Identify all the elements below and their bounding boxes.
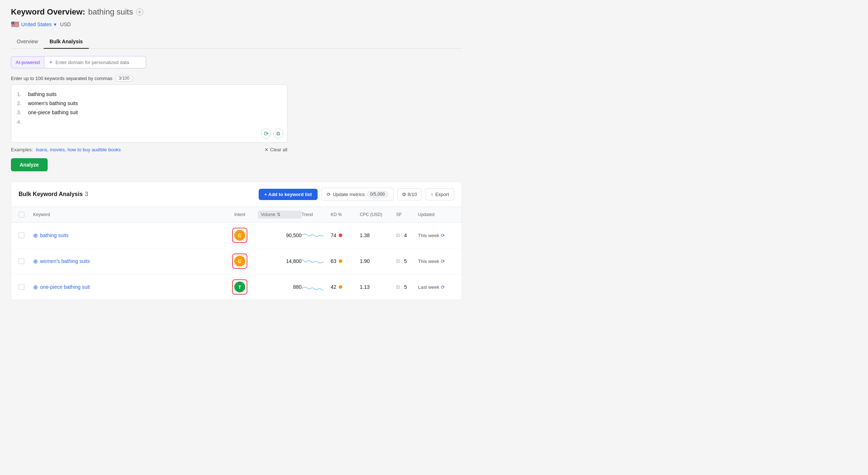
tab-overview[interactable]: Overview bbox=[11, 35, 44, 49]
intent-cell: C bbox=[222, 228, 258, 243]
intent-badge: C bbox=[234, 230, 245, 241]
volume-cell: 880 bbox=[258, 284, 302, 290]
updated-cell: This week ⟳ bbox=[418, 259, 454, 264]
update-metrics-button[interactable]: ⟳ Update metrics 0/5,000 bbox=[321, 188, 393, 201]
export-icon: ↑ bbox=[431, 192, 433, 197]
ai-input-row: AI-powered ✦ bbox=[11, 56, 462, 68]
page-title: Keyword Overview: bathing suits + bbox=[11, 7, 462, 17]
divider: | bbox=[401, 232, 403, 238]
volume-sort[interactable]: Volume ⇅ bbox=[258, 211, 302, 219]
chevron-down-icon: ▾ bbox=[54, 21, 56, 27]
trend-cell bbox=[302, 255, 331, 267]
add-circle-icon: ⊕ bbox=[33, 232, 38, 239]
intent-cell: T bbox=[222, 279, 258, 295]
sf-icon: ⊡ bbox=[396, 233, 400, 238]
table-row: ⊕ bathing suits C 90,500 74 1.38 bbox=[11, 223, 462, 248]
trend-cell bbox=[302, 281, 331, 293]
bulk-title: Bulk Keyword Analysis 3 bbox=[19, 191, 88, 197]
bulk-header: Bulk Keyword Analysis 3 + Add to keyword… bbox=[11, 182, 462, 207]
location-selector[interactable]: 🇺🇸 United States ▾ bbox=[11, 20, 56, 28]
select-all-checkbox[interactable] bbox=[19, 212, 33, 217]
refresh-icon[interactable]: ⟳ bbox=[261, 128, 271, 139]
row-checkbox[interactable] bbox=[19, 284, 33, 290]
sparkle-icon: ✦ bbox=[49, 59, 53, 65]
x-icon: ✕ bbox=[264, 147, 268, 152]
refresh-row-icon[interactable]: ⟳ bbox=[441, 284, 445, 290]
ai-input-container[interactable]: ✦ bbox=[44, 56, 146, 68]
list-item: 3. one-piece bathing suit bbox=[17, 108, 281, 117]
settings-button[interactable]: ⚙ 8/10 bbox=[397, 188, 422, 200]
clear-all-button[interactable]: ✕ Clear all bbox=[264, 147, 287, 152]
sf-icon: ⊡ bbox=[396, 284, 400, 290]
keywords-textarea[interactable]: 1. bathing suits 2. women's bathing suit… bbox=[11, 84, 287, 143]
analyze-button[interactable]: Analyze bbox=[11, 158, 48, 171]
domain-input[interactable] bbox=[55, 60, 142, 65]
keywords-list: 1. bathing suits 2. women's bathing suit… bbox=[17, 90, 281, 127]
ai-badge: AI-powered bbox=[11, 56, 44, 68]
table-row: ⊕ one-piece bathing suit T 880 42 1.13 bbox=[11, 274, 462, 300]
refresh-icon: ⟳ bbox=[327, 192, 331, 197]
kd-indicator bbox=[339, 233, 342, 237]
intent-badge: C bbox=[234, 256, 245, 267]
updated-cell: Last week ⟳ bbox=[418, 284, 454, 290]
add-circle-icon: ⊕ bbox=[33, 258, 38, 265]
kd-cell: 74 bbox=[331, 232, 360, 238]
add-to-keyword-list-button[interactable]: + Add to keyword list bbox=[259, 189, 318, 200]
intent-badge: T bbox=[234, 282, 245, 292]
cpc-cell: 1.13 bbox=[360, 284, 396, 290]
row-checkbox[interactable] bbox=[19, 258, 33, 264]
updated-cell: This week ⟳ bbox=[418, 233, 454, 238]
sf-cell: ⊡ | 5 bbox=[396, 258, 418, 264]
update-count-badge: 0/5,000 bbox=[367, 191, 388, 197]
add-keyword-icon[interactable]: + bbox=[136, 8, 143, 16]
example-links[interactable]: loans, movies, how to buy audible books bbox=[36, 147, 121, 152]
add-circle-icon: ⊕ bbox=[33, 284, 38, 291]
keyword-link[interactable]: ⊕ women's bathing suits bbox=[33, 258, 222, 265]
refresh-row-icon[interactable]: ⟳ bbox=[441, 233, 445, 238]
keyword-link[interactable]: ⊕ one-piece bathing suit bbox=[33, 284, 222, 291]
refresh-row-icon[interactable]: ⟳ bbox=[441, 259, 445, 264]
kd-indicator bbox=[339, 285, 342, 289]
kd-cell: 63 bbox=[331, 258, 360, 264]
export-button[interactable]: ↑ Export bbox=[425, 188, 454, 200]
volume-cell: 14,800 bbox=[258, 258, 302, 264]
divider: | bbox=[401, 284, 403, 290]
sf-icon: ⊡ bbox=[396, 259, 400, 264]
list-item: 4. bbox=[17, 117, 281, 127]
trend-cell bbox=[302, 229, 331, 242]
table-header: Keyword Intent Volume ⇅ Trend KD % CPC (… bbox=[11, 207, 462, 223]
location-row: 🇺🇸 United States ▾ USD bbox=[11, 20, 462, 28]
table-row: ⊕ women's bathing suits C 14,800 63 1.90 bbox=[11, 248, 462, 274]
list-item: 1. bathing suits bbox=[17, 90, 281, 99]
tab-bulk-analysis[interactable]: Bulk Analysis bbox=[44, 35, 88, 49]
grammarly-icon[interactable]: G bbox=[273, 128, 283, 139]
kd-cell: 42 bbox=[331, 284, 360, 290]
bulk-keyword-section: Bulk Keyword Analysis 3 + Add to keyword… bbox=[11, 181, 462, 300]
kd-indicator bbox=[339, 259, 342, 263]
intent-cell: C bbox=[222, 254, 258, 269]
cpc-cell: 1.90 bbox=[360, 258, 396, 264]
keyword-link[interactable]: ⊕ bathing suits bbox=[33, 232, 222, 239]
bulk-actions: + Add to keyword list ⟳ Update metrics 0… bbox=[259, 188, 454, 201]
divider: | bbox=[401, 258, 403, 264]
sf-cell: ⊡ | 4 bbox=[396, 232, 418, 238]
sf-cell: ⊡ | 5 bbox=[396, 284, 418, 290]
list-item: 2. women's bathing suits bbox=[17, 99, 281, 108]
cpc-cell: 1.38 bbox=[360, 232, 396, 238]
textarea-icons: ⟳ G bbox=[261, 128, 283, 139]
examples-row: Examples: loans, movies, how to buy audi… bbox=[11, 147, 287, 152]
gear-icon: ⚙ bbox=[402, 192, 406, 197]
tab-bar: Overview Bulk Analysis bbox=[11, 35, 462, 49]
keyword-count-badge: 3/100 bbox=[115, 75, 133, 81]
keywords-label: Enter up to 100 keywords separated by co… bbox=[11, 75, 462, 81]
row-checkbox[interactable] bbox=[19, 232, 33, 238]
flag-icon: 🇺🇸 bbox=[11, 20, 19, 28]
volume-cell: 90,500 bbox=[258, 232, 302, 238]
